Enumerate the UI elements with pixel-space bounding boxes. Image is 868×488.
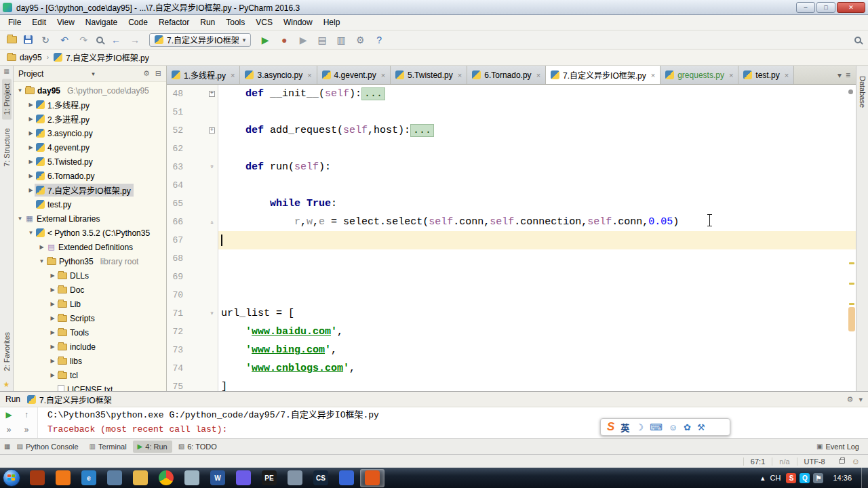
tree-expand-icon[interactable]: ▶ xyxy=(27,116,35,122)
help-icon[interactable]: ? xyxy=(373,35,385,45)
code-line[interactable]: 62 xyxy=(167,140,856,158)
tree-item[interactable]: ▶Tools xyxy=(14,325,166,340)
tray-item-2[interactable]: Q xyxy=(800,473,810,483)
tab-close-icon[interactable]: × xyxy=(536,71,540,79)
tree-item[interactable]: ▼▦External Libraries xyxy=(14,211,166,226)
navigate-up-icon[interactable]: ↑ xyxy=(24,410,28,420)
chevron-down-icon[interactable]: ▾ xyxy=(92,70,95,77)
tree-item[interactable]: ▶tcl xyxy=(14,368,166,382)
tray-item-1[interactable]: S xyxy=(786,473,796,483)
code-line[interactable]: 68 xyxy=(167,249,856,268)
editor-tab[interactable]: 5.Twisted.py× xyxy=(391,66,467,84)
start-button[interactable] xyxy=(3,469,20,487)
ime-toolbar[interactable]: S 英 ☽⌨☺✿⚒ xyxy=(600,418,730,436)
tool-button-database[interactable]: Database xyxy=(859,73,867,111)
tree-expand-icon[interactable]: ▶ xyxy=(27,159,35,165)
toolwindow-button-event-log[interactable]: ▣Event Log xyxy=(812,441,864,453)
tree-item[interactable]: ▼day95G:\python_code\day95 xyxy=(14,83,166,98)
tree-expand-icon[interactable]: ▶ xyxy=(49,287,56,293)
taskbar-icon-8[interactable]: W xyxy=(205,469,230,487)
scrollbar-mark[interactable] xyxy=(849,283,854,285)
settings-gear-icon[interactable]: ⚙ xyxy=(847,395,854,404)
tab-close-icon[interactable]: × xyxy=(231,71,235,79)
editor-tab[interactable]: test.py× xyxy=(738,66,794,84)
taskbar-icon-3[interactable]: e xyxy=(77,469,101,487)
close-button[interactable]: ✕ xyxy=(837,2,865,13)
taskbar-icon-13[interactable] xyxy=(334,469,359,487)
tree-item[interactable]: ▼< Python 3.5.2 (C:\Python35 xyxy=(14,226,166,240)
console-grid-icon[interactable]: ▤ xyxy=(316,35,328,45)
tool-button-2-favorites[interactable]: 2: Favorites xyxy=(2,327,12,375)
filter-lines-icon[interactable]: ▥ xyxy=(335,35,347,45)
tab-close-icon[interactable]: × xyxy=(729,71,733,79)
tree-item[interactable]: ▶3.asyncio.py xyxy=(14,126,166,140)
tray-item-3[interactable]: ⚑ xyxy=(813,473,823,483)
tree-expand-icon[interactable]: ▼ xyxy=(16,216,24,222)
tree-item[interactable]: ▶▤Extended Definitions xyxy=(14,240,166,254)
tree-item[interactable]: ▼Python35library root xyxy=(14,254,166,268)
code-line[interactable]: 69 xyxy=(167,268,856,286)
taskbar-icon-4[interactable] xyxy=(102,469,127,487)
tree-item[interactable]: ▶4.gevent.py xyxy=(14,140,166,155)
tree-item[interactable]: test.py xyxy=(14,197,166,211)
collapse-all-icon[interactable]: ⊟ xyxy=(155,69,161,78)
synchronize-icon[interactable]: ↻ xyxy=(39,35,52,45)
tool-button-7-structure[interactable]: 7: Structure xyxy=(2,123,12,171)
code-line[interactable]: 51 xyxy=(167,103,856,121)
code-line[interactable]: 52+ def add_request(self,host):... xyxy=(167,121,856,140)
fold-icon[interactable]: + xyxy=(206,85,218,103)
taskbar-icon-14[interactable] xyxy=(360,469,384,487)
tree-expand-icon[interactable]: ▼ xyxy=(38,258,45,264)
tree-item[interactable]: ▶libs xyxy=(14,354,166,368)
taskbar-icon-12[interactable]: CS xyxy=(309,469,333,487)
tab-close-icon[interactable]: × xyxy=(651,71,655,79)
run-config-select[interactable]: 7.自定义异步IO框架 ▾ xyxy=(149,33,251,47)
find-icon[interactable] xyxy=(96,37,103,43)
undo-icon[interactable]: ↶ xyxy=(58,35,71,45)
menu-item-window[interactable]: Window xyxy=(278,16,318,29)
tree-expand-icon[interactable]: ▶ xyxy=(49,372,56,378)
scrollbar-mark[interactable] xyxy=(849,303,854,305)
code-line[interactable]: 66▵ r,w,e = select.select(self.conn,self… xyxy=(167,213,856,231)
fold-icon[interactable]: + xyxy=(206,121,218,140)
tree-item[interactable]: ▶include xyxy=(14,340,166,354)
skin-icon[interactable]: ✿ xyxy=(684,422,691,432)
code-line[interactable]: 67 xyxy=(167,231,856,249)
tab-close-icon[interactable]: × xyxy=(458,71,462,79)
editor-tab[interactable]: 1.多线程.py× xyxy=(167,66,240,84)
run-icon[interactable]: ▶ xyxy=(259,35,271,45)
tab-close-icon[interactable]: × xyxy=(785,71,789,79)
tree-item[interactable]: LICENSE.txt xyxy=(14,382,166,391)
tree-expand-icon[interactable]: ▶ xyxy=(49,344,56,350)
run-console[interactable]: C:\Python35\python.exe G:/python_code/da… xyxy=(38,407,868,438)
menu-item-edit[interactable]: Edit xyxy=(26,16,52,29)
minimize-button[interactable]: – xyxy=(796,2,815,13)
tree-expand-icon[interactable]: ▶ xyxy=(49,329,56,336)
ime-language-mode[interactable]: 英 xyxy=(620,421,629,434)
emoji-icon[interactable]: ☺ xyxy=(669,422,677,432)
editor-tab[interactable]: grequests.py× xyxy=(660,66,738,84)
code-line[interactable]: 72 'www.baidu.com', xyxy=(167,323,856,341)
menu-item-tools[interactable]: Tools xyxy=(220,16,250,29)
rerun-icon[interactable]: ▶ xyxy=(5,410,12,420)
redo-icon[interactable]: ↷ xyxy=(77,35,90,45)
hide-panel-icon[interactable]: ▾ xyxy=(859,395,863,404)
open-project-icon[interactable] xyxy=(7,36,17,43)
toolwindow-toggle-icon[interactable]: ▦ xyxy=(3,68,9,75)
taskbar-icon-7[interactable] xyxy=(180,469,204,487)
toolwindow-button-6-todo[interactable]: ▧6: TODO xyxy=(174,441,222,453)
tree-item[interactable]: ▶5.Twisted.py xyxy=(14,155,166,169)
tree-expand-icon[interactable]: ▼ xyxy=(16,87,24,94)
taskbar-icon-6[interactable] xyxy=(154,469,178,487)
settings-gear-icon[interactable]: ⚙ xyxy=(143,69,150,78)
tree-expand-icon[interactable]: ▶ xyxy=(27,130,35,136)
caret-position[interactable]: 67:1 xyxy=(743,458,772,466)
line-separator-indicator[interactable]: n/a xyxy=(772,458,796,466)
lock-icon[interactable] xyxy=(839,459,845,464)
hidden-tabs-icon[interactable]: ▾ xyxy=(837,70,842,80)
editor-tab[interactable]: 4.gevent.py× xyxy=(317,66,391,84)
menu-item-code[interactable]: Code xyxy=(123,16,153,29)
tree-item[interactable]: ▶1.多线程.py xyxy=(14,98,166,112)
settings-gear-icon[interactable]: ⚙ xyxy=(354,35,366,45)
menu-item-refactor[interactable]: Refactor xyxy=(153,16,195,29)
